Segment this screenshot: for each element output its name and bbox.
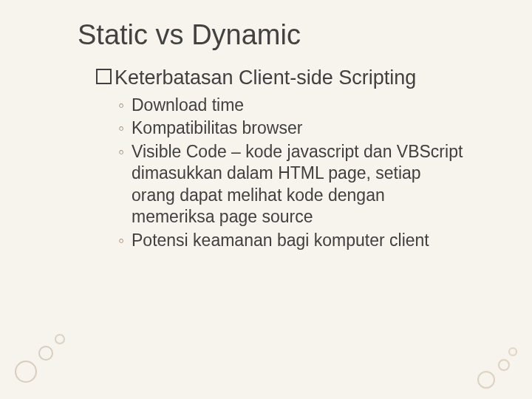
bullet-text: Potensi keamanan bagi komputer client <box>132 230 466 251</box>
list-item: ◦ Kompatibilitas browser <box>118 117 466 139</box>
slide-title: Static vs Dynamic <box>78 19 301 51</box>
circle-decoration-icon <box>498 359 510 371</box>
bullet-text: Visible Code – kode javascript dan VBScr… <box>132 141 466 228</box>
bullet-text: Download time <box>132 95 466 116</box>
circle-decoration-icon <box>38 346 53 361</box>
bullet-text: Kompatibilitas browser <box>132 117 466 139</box>
bullet-marker-icon: ◦ <box>118 141 132 228</box>
bullet-list: ◦ Download time ◦ Kompatibilitas browser… <box>118 95 466 253</box>
slide-subtitle: Keterbatasan Client-side Scripting <box>96 66 416 89</box>
square-bullet-icon <box>96 69 112 84</box>
circle-decoration-icon <box>15 361 37 383</box>
bullet-marker-icon: ◦ <box>118 230 132 251</box>
circle-decoration-icon <box>508 347 517 356</box>
circle-decoration-icon <box>55 334 65 344</box>
bullet-marker-icon: ◦ <box>118 117 132 139</box>
list-item: ◦ Visible Code – kode javascript dan VBS… <box>118 141 466 228</box>
circle-decoration-icon <box>477 371 495 389</box>
slide: Static vs Dynamic Keterbatasan Client-si… <box>0 0 532 399</box>
bullet-marker-icon: ◦ <box>118 95 132 116</box>
list-item: ◦ Download time <box>118 95 466 116</box>
subtitle-text: Keterbatasan Client-side Scripting <box>115 66 416 89</box>
list-item: ◦ Potensi keamanan bagi komputer client <box>118 230 466 251</box>
